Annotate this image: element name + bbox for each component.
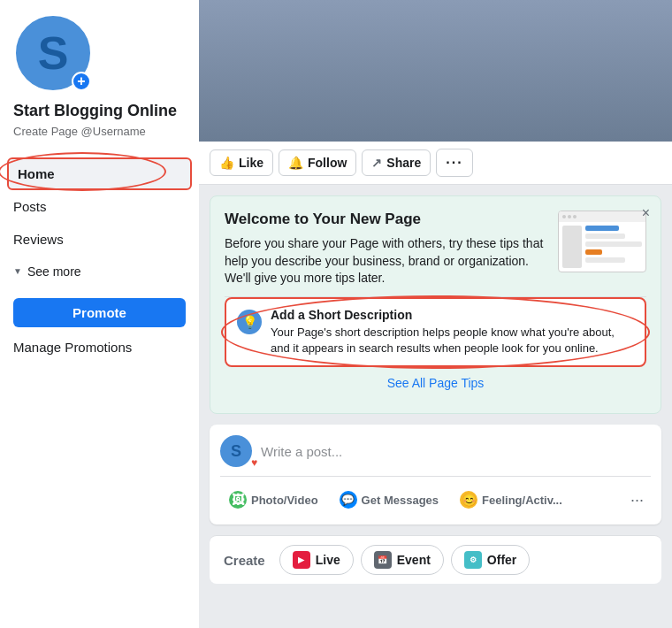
live-icon: ▶ — [293, 551, 310, 569]
event-icon: 📅 — [374, 551, 392, 569]
sidebar-item-posts[interactable]: Posts — [0, 190, 199, 223]
manage-promotions-link[interactable]: Manage Promotions — [0, 333, 199, 362]
page-username: Create Page @Username — [13, 125, 186, 138]
live-button[interactable]: ▶ Live — [279, 545, 354, 575]
tip-description: Your Page's short description helps peop… — [271, 325, 634, 356]
see-more-nav[interactable]: ▼ See more — [0, 256, 199, 287]
photo-icon: 🖼 — [229, 491, 247, 509]
page-name: Start Blogging Online — [13, 102, 186, 121]
feeling-icon: 😊 — [460, 491, 477, 509]
more-actions-button[interactable]: ··· — [436, 149, 472, 177]
cover-photo — [199, 0, 672, 142]
share-icon: ↗ — [371, 156, 382, 170]
share-button[interactable]: ↗ Share — [362, 149, 431, 176]
sidebar-item-home[interactable]: Home — [7, 157, 192, 190]
post-more-button[interactable]: ··· — [623, 487, 651, 513]
see-all-tips-link[interactable]: See All Page Tips — [225, 367, 646, 399]
post-avatar: S — [220, 435, 252, 467]
event-button[interactable]: 📅 Event — [361, 545, 444, 575]
like-button[interactable]: 👍 Like — [210, 149, 273, 176]
follow-icon: 🔔 — [288, 156, 303, 170]
feeling-activity-button[interactable]: 😊 Feeling/Activ... — [451, 486, 571, 514]
post-box: S ♥ Write a post... 🖼 Photo/Video 💬 Get … — [210, 425, 661, 525]
tip-card: 💡 Add a Short Description Your Page's sh… — [225, 296, 646, 399]
like-icon: 👍 — [219, 156, 234, 170]
follow-button[interactable]: 🔔 Follow — [279, 149, 356, 176]
get-messages-button[interactable]: 💬 Get Messages — [331, 486, 447, 514]
post-actions-row: 🖼 Photo/Video 💬 Get Messages 😊 Feeling/A… — [220, 486, 651, 514]
sidebar: S + Start Blogging Online Create Page @U… — [0, 0, 199, 628]
post-input-row: S ♥ Write a post... — [220, 435, 651, 477]
offer-icon: ⚙ — [464, 551, 482, 569]
welcome-illustration — [558, 211, 646, 287]
promote-button[interactable]: Promote — [13, 298, 186, 327]
chevron-down-icon: ▼ — [13, 266, 22, 276]
post-input[interactable]: Write a post... — [261, 444, 651, 459]
sidebar-item-reviews[interactable]: Reviews — [0, 223, 199, 256]
heart-icon: ♥ — [251, 456, 257, 469]
tip-title: Add a Short Description — [271, 308, 634, 322]
photo-video-button[interactable]: 🖼 Photo/Video — [220, 486, 327, 514]
main-content: 👍 Like 🔔 Follow ↗ Share ··· × Welcome to… — [199, 0, 672, 628]
post-avatar-wrapper: S ♥ — [220, 435, 252, 467]
create-bar: Create ▶ Live 📅 Event ⚙ Offer — [210, 535, 661, 584]
welcome-title: Welcome to Your New Page — [225, 211, 547, 228]
welcome-description: Before you share your Page with others, … — [225, 235, 547, 287]
messenger-icon: 💬 — [340, 491, 357, 509]
action-bar: 👍 Like 🔔 Follow ↗ Share ··· — [199, 142, 672, 185]
offer-button[interactable]: ⚙ Offer — [451, 545, 530, 575]
profile-section: S + Start Blogging Online Create Page @U… — [0, 0, 199, 157]
nav-section: Home Posts Reviews ▼ See more — [0, 157, 199, 287]
tip-card-inner: 💡 Add a Short Description Your Page's sh… — [225, 297, 646, 367]
avatar-container: S + — [13, 13, 93, 93]
welcome-card: × Welcome to Your New Page Before you sh… — [210, 195, 661, 414]
tip-icon: 💡 — [237, 310, 262, 334]
create-label: Create — [224, 553, 265, 568]
close-icon[interactable]: × — [642, 205, 650, 221]
avatar-plus-button[interactable]: + — [72, 72, 91, 91]
